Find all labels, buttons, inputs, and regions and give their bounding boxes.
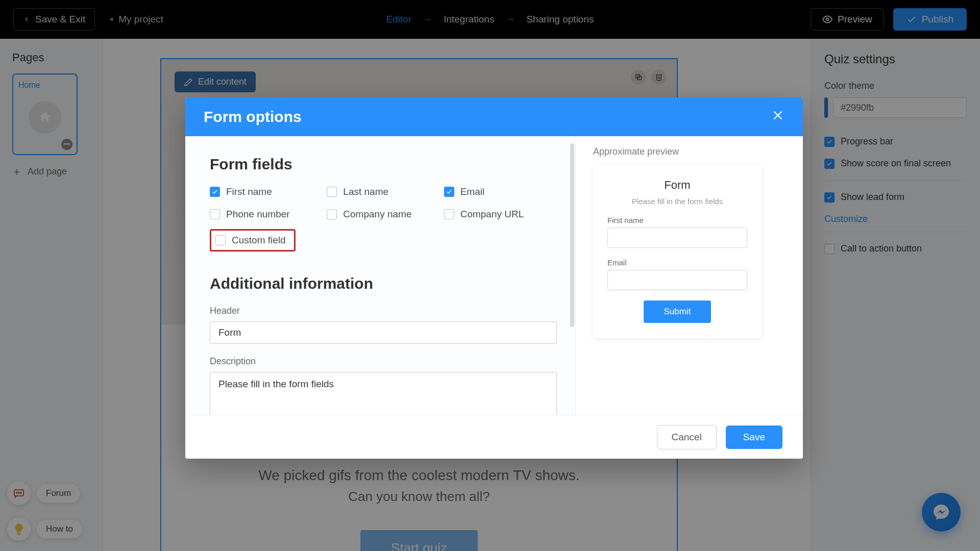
scrollbar[interactable] [570,143,574,327]
modal-title: Form options [204,108,302,126]
preview-form-desc: Please fill in the form fields [607,197,747,206]
modal-right-pane: Approximate preview Form Please fill in … [575,136,803,415]
field-email-label: Email [460,186,485,197]
field-company-url-label: Company URL [460,209,524,220]
modal-footer: Cancel Save [185,415,803,459]
field-first-name[interactable]: First name [210,186,316,197]
preview-submit-button: Submit [644,300,712,323]
modal-left-pane: Form fields First name Last name Email [185,136,575,415]
field-custom-label: Custom field [232,235,286,246]
preview-field1-label: First name [607,216,747,224]
preview-field2-label: Email [607,258,747,267]
header-input[interactable] [210,321,557,344]
form-fields-heading: Form fields [210,156,551,173]
approximate-preview-label: Approximate preview [593,146,786,157]
form-options-modal: Form options Form fields First name Last… [185,97,803,459]
field-last-name[interactable]: Last name [327,186,433,197]
preview-form-title: Form [607,179,747,192]
preview-field1-input [607,228,747,248]
cancel-button[interactable]: Cancel [657,425,717,449]
field-company[interactable]: Company name [327,209,433,220]
field-phone[interactable]: Phone number [210,209,316,220]
field-custom-highlighted[interactable]: Custom field [210,229,296,252]
additional-info-heading: Additional information [210,275,551,292]
field-email[interactable]: Email [444,186,551,197]
modal-header: Form options [185,97,803,136]
field-company-url[interactable]: Company URL [444,209,551,220]
save-button[interactable]: Save [726,425,782,449]
field-company-label: Company name [343,209,411,220]
field-last-name-label: Last name [343,186,388,197]
form-preview-card: Form Please fill in the form fields Firs… [593,165,762,338]
preview-field2-input [607,270,747,290]
field-phone-label: Phone number [226,209,290,220]
field-first-name-label: First name [226,186,272,197]
description-textarea[interactable] [210,372,557,415]
description-label: Description [210,356,551,367]
close-icon[interactable] [771,108,785,126]
modal-overlay[interactable]: Form options Form fields First name Last… [0,0,980,551]
header-label: Header [210,306,551,316]
